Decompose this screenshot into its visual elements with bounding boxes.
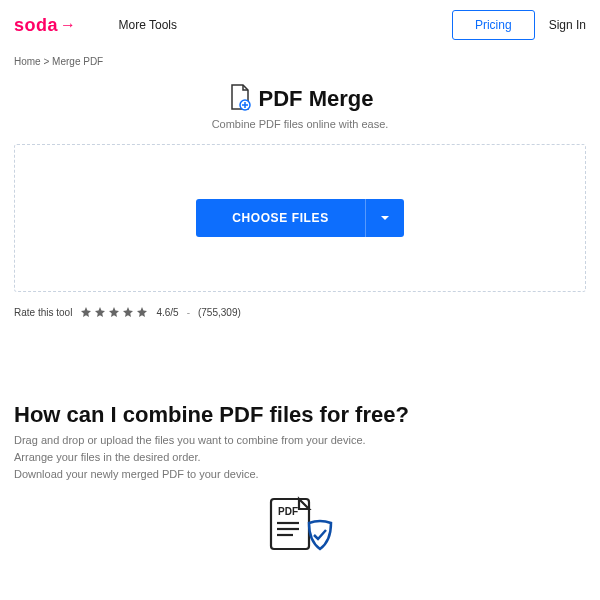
breadcrumb-home[interactable]: Home [14, 56, 41, 67]
file-dropzone[interactable]: CHOOSE FILES [14, 144, 586, 292]
chevron-down-icon [380, 213, 390, 223]
howto-step-1: Drag and drop or upload the files you wa… [14, 432, 586, 449]
breadcrumb-current: Merge PDF [52, 56, 103, 67]
sign-in-link[interactable]: Sign In [549, 18, 586, 32]
dropzone-wrap: CHOOSE FILES [0, 138, 600, 298]
pdf-merge-icon [227, 83, 251, 115]
choose-files-button[interactable]: CHOOSE FILES [196, 199, 404, 237]
page-title: PDF Merge [259, 86, 374, 112]
howto-step-2: Arrange your files in the desired order. [14, 449, 586, 466]
header: soda→ More Tools Pricing Sign In [0, 0, 600, 50]
star-icon[interactable] [94, 306, 106, 318]
hero: PDF Merge Combine PDF files online with … [0, 73, 600, 138]
svg-text:PDF: PDF [278, 506, 298, 517]
howto-heading: How can I combine PDF files for free? [14, 402, 586, 428]
star-icon[interactable] [136, 306, 148, 318]
brand-name: soda [14, 15, 58, 36]
pdf-shield-icon: PDF [265, 493, 335, 555]
howto-illustration: PDF [14, 493, 586, 559]
page-subtitle: Combine PDF files online with ease. [14, 118, 586, 130]
rating-score: 4.6/5 [156, 307, 178, 318]
howto-step-3: Download your newly merged PDF to your d… [14, 466, 586, 483]
rating-count: (755,309) [198, 307, 241, 318]
more-tools-link[interactable]: More Tools [119, 18, 177, 32]
pricing-button[interactable]: Pricing [452, 10, 535, 40]
arrow-right-icon: → [60, 16, 77, 34]
star-icon[interactable] [80, 306, 92, 318]
rating-label: Rate this tool [14, 307, 72, 318]
choose-files-dropdown[interactable] [365, 199, 404, 237]
rating-dash: - [187, 307, 190, 318]
header-right: Pricing Sign In [452, 10, 586, 40]
rating-stars[interactable] [80, 306, 148, 318]
breadcrumb: Home > Merge PDF [0, 50, 600, 73]
hero-title-row: PDF Merge [14, 83, 586, 115]
choose-files-label: CHOOSE FILES [196, 199, 365, 237]
breadcrumb-sep: > [43, 56, 49, 67]
howto-section: How can I combine PDF files for free? Dr… [0, 342, 600, 569]
star-icon[interactable] [108, 306, 120, 318]
star-icon[interactable] [122, 306, 134, 318]
brand-logo[interactable]: soda→ [14, 15, 77, 36]
rating-row: Rate this tool 4.6/5 - (755,309) [0, 298, 600, 342]
